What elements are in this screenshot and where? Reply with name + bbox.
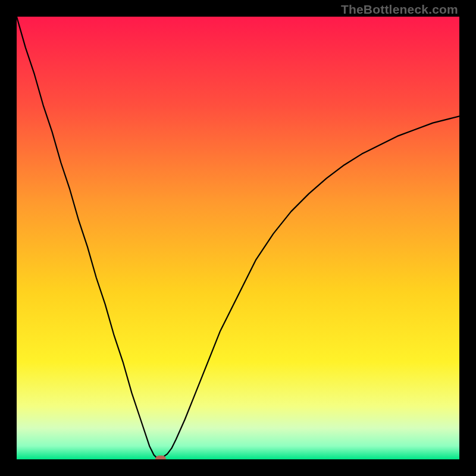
plot-area (17, 17, 459, 459)
watermark-label: TheBottleneck.com (341, 2, 458, 17)
bottleneck-curve (17, 17, 459, 459)
curve-layer (17, 17, 459, 459)
optimal-point-marker (155, 456, 166, 460)
chart-frame: TheBottleneck.com (0, 0, 476, 476)
